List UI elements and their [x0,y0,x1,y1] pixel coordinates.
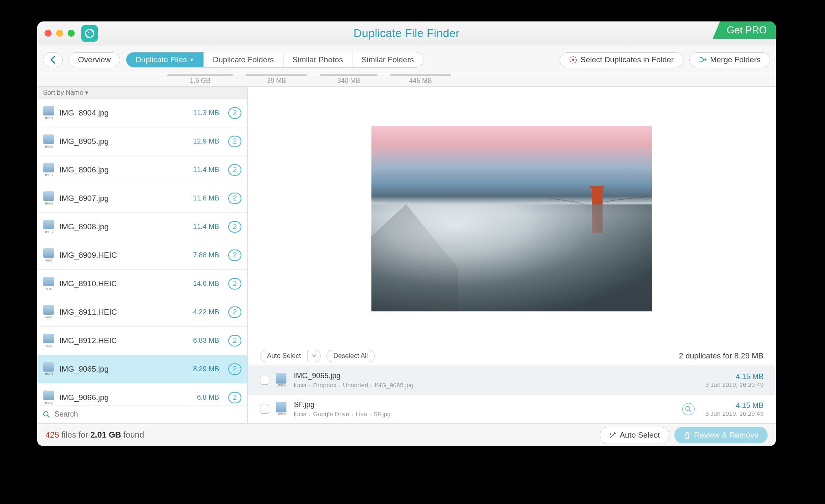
auto-select-dropdown[interactable] [307,350,321,362]
list-item[interactable]: HEIC IMG_8912.HEIC 6.83 MB 2 [37,327,247,355]
file-icon: JPEG [276,373,287,387]
list-item[interactable]: JPEG IMG_8904.jpg 11.3 MB 2 [37,99,247,127]
file-name: IMG_8907.jpg [59,194,188,203]
tab-similar-folders[interactable]: Similar Folders [352,52,423,67]
sort-dropdown[interactable]: Sort by Name ▾ [37,87,247,99]
footer-total: 2.01 GB [90,430,121,439]
duplicate-size: 4.15 MB [705,372,764,381]
review-remove-button[interactable]: Review & Remove [674,427,768,443]
duplicate-path: lucia›Google Drive›Lisa›SF.jpg [294,410,676,417]
preview-image[interactable] [371,126,652,311]
main-panel: Auto Select Deselect All 2 duplicates fo… [248,87,776,423]
file-name: IMG_8908.jpg [59,222,188,231]
file-name: IMG_8912.HEIC [59,336,188,345]
list-item[interactable]: JPEG IMG_8905.jpg 12.9 MB 2 [37,127,247,156]
duplicate-count-badge: 2 [228,221,241,233]
tab-sizes-row: 1.6 GB39 MB340 MB445 MB [37,74,776,87]
duplicate-count-badge: 2 [228,164,241,176]
search-input[interactable] [54,410,241,419]
chevron-down-icon [312,354,316,358]
file-size: 11.3 MB [193,109,219,117]
tab-duplicate-files[interactable]: Duplicate Files▼ [126,52,204,67]
list-item[interactable]: JPEG IMG_9065.jpg 8.29 MB 2 [37,355,247,384]
duplicate-count-badge: 2 [228,363,241,375]
file-name: IMG_8910.HEIC [59,279,188,288]
auto-select-button[interactable]: Auto Select [260,350,307,362]
file-icon: JPEG [43,220,54,234]
back-button[interactable] [43,52,63,67]
file-icon: HEIC [43,248,54,262]
file-list[interactable]: JPEG IMG_8904.jpg 11.3 MB 2 JPEG IMG_890… [37,99,247,405]
duplicate-size: 4.15 MB [705,401,764,410]
tab-similar-photos[interactable]: Similar Photos [284,52,353,67]
list-item[interactable]: HEIC IMG_8909.HEIC 7.88 MB 2 [37,241,247,270]
close-icon[interactable] [45,30,52,37]
duplicate-list: JPEG IMG_9065.jpg lucia›Dropbox›Unsorted… [248,365,776,423]
app-window: Duplicate File Finder Get PRO Overview D… [37,21,776,446]
file-size: 6.83 MB [193,337,219,345]
file-name: IMG_8906.jpg [59,165,188,174]
list-item[interactable]: JPEG IMG_8908.jpg 11.4 MB 2 [37,213,247,241]
footer-auto-select-button[interactable]: Auto Select [600,427,669,443]
category-tabs: Duplicate Files▼Duplicate FoldersSimilar… [126,52,423,68]
duplicate-count-badge: 2 [228,335,241,346]
file-size: 11.6 MB [193,194,219,203]
body: Sort by Name ▾ JPEG IMG_8904.jpg 11.3 MB… [37,87,776,423]
checkbox[interactable] [260,376,269,385]
deselect-all-button[interactable]: Deselect All [326,350,375,362]
list-item[interactable]: JPEG IMG_8907.jpg 11.6 MB 2 [37,184,247,213]
app-icon [81,25,98,42]
merge-folders-label: Merge Folders [710,55,761,64]
file-icon: HEIC [43,305,54,319]
file-name: IMG_9065.jpg [59,365,188,374]
maximize-icon[interactable] [68,30,75,37]
quicklook-button[interactable] [682,403,695,415]
list-item[interactable]: HEIC IMG_8910.HEIC 14.6 MB 2 [37,270,247,298]
checkbox[interactable] [260,405,269,414]
tab-size-label: 39 MB [239,74,314,85]
file-icon: JPEG [43,391,54,405]
merge-folders-button[interactable]: Merge Folders [689,52,771,67]
svg-point-3 [44,411,48,416]
duplicate-count-badge: 2 [228,306,241,318]
duplicate-controls: Auto Select Deselect All 2 duplicates fo… [248,346,776,365]
file-icon: JPEG [43,134,54,148]
duplicate-count-badge: 2 [228,136,241,147]
trash-icon [683,431,691,439]
overview-button[interactable]: Overview [69,52,120,67]
chevron-down-icon: ▼ [189,57,194,63]
list-item[interactable]: HEIC IMG_8911.HEIC 4.22 MB 2 [37,298,247,327]
svg-point-2 [572,59,574,61]
wand-icon [609,431,617,439]
select-duplicates-in-folder-button[interactable]: Select Duplicates in Folder [560,52,683,67]
target-icon [569,56,577,64]
file-icon: JPEG [43,106,54,120]
list-item[interactable]: JPEG IMG_8906.jpg 11.4 MB 2 [37,156,247,184]
file-name: IMG_9066.jpg [59,393,192,402]
list-item[interactable]: JPEG IMG_9066.jpg 6.8 MB 2 [37,384,247,405]
file-size: 6.8 MB [197,393,219,402]
duplicate-count-badge: 2 [228,392,241,403]
footer-status: 425 files for 2.01 GB found [45,430,144,440]
toolbar: Overview Duplicate Files▼Duplicate Folde… [37,45,776,74]
file-icon: JPEG [276,402,287,416]
app-title: Duplicate File Finder [37,27,776,40]
file-name: IMG_8905.jpg [59,137,188,146]
duplicate-name: SF.jpg [294,400,676,409]
minimize-icon[interactable] [56,30,63,37]
file-size: 8.29 MB [193,365,219,373]
file-icon: JPEG [43,362,54,376]
duplicate-row[interactable]: JPEG SF.jpg lucia›Google Drive›Lisa›SF.j… [248,394,776,423]
file-size: 12.9 MB [193,137,219,146]
duplicates-summary: 2 duplicates for 8.29 MB [679,351,764,360]
duplicate-count-badge: 2 [228,278,241,290]
get-pro-button[interactable]: Get PRO [713,21,776,39]
footer: 425 files for 2.01 GB found Auto Select … [37,423,776,446]
review-remove-label: Review & Remove [694,431,759,440]
file-icon: HEIC [43,277,54,291]
duplicate-count-badge: 2 [228,250,241,261]
file-name: IMG_8904.jpg [59,108,188,118]
tab-duplicate-folders[interactable]: Duplicate Folders [204,52,284,67]
file-size: 11.4 MB [193,223,219,231]
duplicate-row[interactable]: JPEG IMG_9065.jpg lucia›Dropbox›Unsorted… [248,365,776,394]
